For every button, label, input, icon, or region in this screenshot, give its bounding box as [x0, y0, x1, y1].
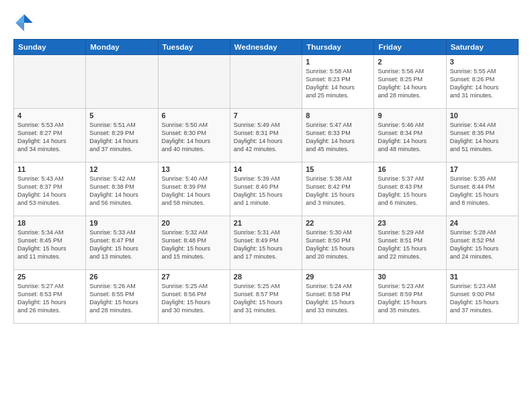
day-info: Sunrise: 5:37 AMSunset: 8:43 PMDaylight:… [378, 175, 442, 208]
weekday-saturday: Saturday [446, 40, 518, 55]
day-number: 27 [162, 273, 226, 281]
logo-icon [13, 12, 35, 34]
day-cell: 24Sunrise: 5:28 AMSunset: 8:52 PMDayligh… [446, 216, 518, 270]
day-info: Sunrise: 5:53 AMSunset: 8:27 PMDaylight:… [17, 121, 82, 154]
day-number: 14 [234, 165, 298, 173]
day-number: 16 [378, 165, 442, 173]
day-number: 5 [89, 111, 154, 120]
day-info: Sunrise: 5:39 AMSunset: 8:40 PMDaylight:… [234, 175, 298, 208]
day-number: 21 [234, 219, 298, 227]
day-info: Sunrise: 5:40 AMSunset: 8:39 PMDaylight:… [162, 175, 226, 208]
day-cell: 4Sunrise: 5:53 AMSunset: 8:27 PMDaylight… [14, 109, 86, 163]
day-number: 13 [162, 165, 226, 173]
day-info: Sunrise: 5:44 AMSunset: 8:35 PMDaylight:… [450, 121, 515, 154]
day-cell: 22Sunrise: 5:30 AMSunset: 8:50 PMDayligh… [302, 216, 374, 270]
day-cell: 27Sunrise: 5:25 AMSunset: 8:56 PMDayligh… [158, 270, 230, 324]
day-cell: 12Sunrise: 5:42 AMSunset: 8:38 PMDayligh… [86, 163, 158, 216]
day-number: 25 [17, 273, 82, 281]
day-number: 12 [89, 165, 154, 173]
day-cell: 26Sunrise: 5:26 AMSunset: 8:55 PMDayligh… [86, 270, 158, 324]
day-cell: 25Sunrise: 5:27 AMSunset: 8:53 PMDayligh… [14, 270, 86, 324]
page: SundayMondayTuesdayWednesdayThursdayFrid… [0, 0, 532, 411]
day-number: 22 [306, 219, 370, 227]
day-number: 20 [162, 219, 226, 227]
day-number: 26 [89, 273, 154, 281]
weekday-wednesday: Wednesday [230, 40, 302, 55]
day-info: Sunrise: 5:51 AMSunset: 8:29 PMDaylight:… [89, 121, 154, 154]
day-cell: 31Sunrise: 5:23 AMSunset: 9:00 PMDayligh… [446, 270, 518, 324]
day-cell: 28Sunrise: 5:25 AMSunset: 8:57 PMDayligh… [230, 270, 302, 324]
day-cell: 14Sunrise: 5:39 AMSunset: 8:40 PMDayligh… [230, 163, 302, 216]
day-number: 19 [89, 219, 154, 227]
day-cell: 19Sunrise: 5:33 AMSunset: 8:47 PMDayligh… [86, 216, 158, 270]
calendar: SundayMondayTuesdayWednesdayThursdayFrid… [13, 39, 519, 324]
day-number: 1 [306, 58, 370, 66]
day-cell: 17Sunrise: 5:35 AMSunset: 8:44 PMDayligh… [446, 163, 518, 216]
day-cell: 23Sunrise: 5:29 AMSunset: 8:51 PMDayligh… [374, 216, 446, 270]
day-cell: 6Sunrise: 5:50 AMSunset: 8:30 PMDaylight… [158, 109, 230, 163]
day-cell [14, 55, 86, 109]
weekday-friday: Friday [374, 40, 446, 55]
day-cell [230, 55, 302, 109]
header [13, 12, 519, 34]
day-info: Sunrise: 5:55 AMSunset: 8:26 PMDaylight:… [450, 67, 515, 100]
svg-marker-2 [15, 23, 24, 32]
day-number: 6 [162, 111, 226, 120]
day-info: Sunrise: 5:43 AMSunset: 8:37 PMDaylight:… [17, 175, 82, 208]
day-number: 24 [450, 219, 515, 227]
day-number: 23 [378, 219, 442, 227]
svg-marker-1 [15, 14, 24, 23]
day-info: Sunrise: 5:28 AMSunset: 8:52 PMDaylight:… [450, 228, 515, 261]
day-number: 11 [17, 165, 82, 173]
day-cell: 30Sunrise: 5:23 AMSunset: 8:59 PMDayligh… [374, 270, 446, 324]
day-cell: 10Sunrise: 5:44 AMSunset: 8:35 PMDayligh… [446, 109, 518, 163]
day-info: Sunrise: 5:58 AMSunset: 8:23 PMDaylight:… [306, 67, 370, 100]
day-info: Sunrise: 5:38 AMSunset: 8:42 PMDaylight:… [306, 175, 370, 208]
day-number: 8 [306, 111, 370, 120]
day-info: Sunrise: 5:31 AMSunset: 8:49 PMDaylight:… [234, 228, 298, 261]
logo [13, 12, 38, 34]
day-info: Sunrise: 5:34 AMSunset: 8:45 PMDaylight:… [17, 228, 82, 261]
day-cell: 7Sunrise: 5:49 AMSunset: 8:31 PMDaylight… [230, 109, 302, 163]
day-info: Sunrise: 5:27 AMSunset: 8:53 PMDaylight:… [17, 282, 82, 315]
day-info: Sunrise: 5:25 AMSunset: 8:57 PMDaylight:… [234, 282, 298, 315]
day-info: Sunrise: 5:26 AMSunset: 8:55 PMDaylight:… [89, 282, 154, 315]
day-number: 29 [306, 273, 370, 281]
day-info: Sunrise: 5:50 AMSunset: 8:30 PMDaylight:… [162, 121, 226, 154]
week-row-4: 18Sunrise: 5:34 AMSunset: 8:45 PMDayligh… [14, 216, 519, 270]
day-cell: 15Sunrise: 5:38 AMSunset: 8:42 PMDayligh… [302, 163, 374, 216]
day-cell: 20Sunrise: 5:32 AMSunset: 8:48 PMDayligh… [158, 216, 230, 270]
day-number: 15 [306, 165, 370, 173]
day-number: 31 [450, 273, 515, 281]
day-number: 7 [234, 111, 298, 120]
week-row-1: 1Sunrise: 5:58 AMSunset: 8:23 PMDaylight… [14, 55, 519, 109]
week-row-2: 4Sunrise: 5:53 AMSunset: 8:27 PMDaylight… [14, 109, 519, 163]
day-number: 4 [17, 111, 82, 120]
day-cell [86, 55, 158, 109]
day-info: Sunrise: 5:23 AMSunset: 9:00 PMDaylight:… [450, 282, 515, 315]
day-number: 17 [450, 165, 515, 173]
weekday-sunday: Sunday [14, 40, 86, 55]
svg-marker-0 [24, 14, 33, 23]
day-info: Sunrise: 5:29 AMSunset: 8:51 PMDaylight:… [378, 228, 442, 261]
day-cell: 5Sunrise: 5:51 AMSunset: 8:29 PMDaylight… [86, 109, 158, 163]
day-number: 3 [450, 58, 515, 66]
week-row-3: 11Sunrise: 5:43 AMSunset: 8:37 PMDayligh… [14, 163, 519, 216]
weekday-tuesday: Tuesday [158, 40, 230, 55]
day-number: 9 [378, 111, 442, 120]
day-number: 10 [450, 111, 515, 120]
day-cell: 2Sunrise: 5:56 AMSunset: 8:25 PMDaylight… [374, 55, 446, 109]
day-info: Sunrise: 5:47 AMSunset: 8:33 PMDaylight:… [306, 121, 370, 154]
day-info: Sunrise: 5:42 AMSunset: 8:38 PMDaylight:… [89, 175, 154, 208]
weekday-thursday: Thursday [302, 40, 374, 55]
day-info: Sunrise: 5:35 AMSunset: 8:44 PMDaylight:… [450, 175, 515, 208]
day-cell: 13Sunrise: 5:40 AMSunset: 8:39 PMDayligh… [158, 163, 230, 216]
day-info: Sunrise: 5:46 AMSunset: 8:34 PMDaylight:… [378, 121, 442, 154]
day-cell: 18Sunrise: 5:34 AMSunset: 8:45 PMDayligh… [14, 216, 86, 270]
day-info: Sunrise: 5:49 AMSunset: 8:31 PMDaylight:… [234, 121, 298, 154]
day-cell: 21Sunrise: 5:31 AMSunset: 8:49 PMDayligh… [230, 216, 302, 270]
day-cell: 16Sunrise: 5:37 AMSunset: 8:43 PMDayligh… [374, 163, 446, 216]
day-info: Sunrise: 5:32 AMSunset: 8:48 PMDaylight:… [162, 228, 226, 261]
day-info: Sunrise: 5:56 AMSunset: 8:25 PMDaylight:… [378, 67, 442, 100]
weekday-monday: Monday [86, 40, 158, 55]
